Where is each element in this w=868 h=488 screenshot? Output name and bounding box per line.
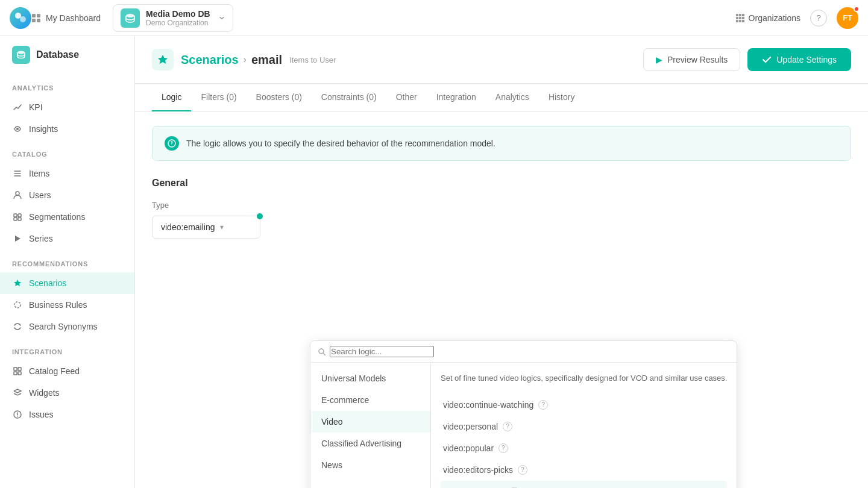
svg-marker-27 — [14, 280, 21, 286]
help-icon-editors-picks[interactable]: ? — [518, 465, 527, 475]
recommendations-section-header: RECOMMENDATIONS — [0, 249, 134, 272]
sidebar-item-series[interactable]: Series — [0, 228, 134, 249]
option-video-emailing[interactable]: video:emailing ? — [441, 481, 727, 489]
category-ecommerce[interactable]: E-commerce — [310, 389, 430, 411]
sidebar-item-scenarios[interactable]: Scenarios — [0, 272, 134, 294]
type-field-label: Type — [152, 201, 851, 210]
tab-history[interactable]: History — [539, 84, 585, 111]
svg-marker-36 — [158, 55, 168, 64]
db-selector[interactable]: Media Demo DB Demo Organization — [113, 4, 233, 32]
tab-filters[interactable]: Filters (0) — [191, 84, 246, 111]
dropdown-search-wrapper — [310, 341, 737, 363]
option-video-personal[interactable]: video:personal ? — [441, 416, 727, 437]
preview-results-button[interactable]: ▶ Preview Results — [643, 48, 740, 71]
dropdown-body: Universal Models E-commerce Video Classi… — [310, 363, 737, 488]
segmentations-icon — [12, 211, 23, 222]
db-selector-chevron — [218, 14, 225, 22]
help-icon-continue-watching[interactable]: ? — [538, 400, 548, 410]
svg-point-16 — [17, 51, 25, 54]
integration-section-header: INTEGRATION — [0, 337, 134, 360]
svg-rect-29 — [14, 368, 17, 371]
help-button[interactable]: ? — [810, 10, 827, 27]
series-icon — [12, 233, 23, 244]
db-selector-icon — [121, 8, 140, 28]
section-title-general: General — [152, 178, 851, 189]
svg-line-40 — [324, 353, 326, 355]
breadcrumb: Scenarios › email Items to User — [181, 53, 336, 67]
sidebar-item-segmentations[interactable]: Segmentations — [0, 206, 134, 228]
help-icon-popular[interactable]: ? — [498, 443, 508, 453]
tab-logic[interactable]: Logic — [152, 84, 191, 111]
scenarios-icon — [12, 278, 23, 289]
svg-rect-25 — [18, 217, 21, 221]
search-logic-input[interactable] — [330, 346, 434, 357]
svg-rect-15 — [742, 20, 744, 22]
tab-analytics[interactable]: Analytics — [486, 84, 539, 111]
sidebar-item-search-synonyms[interactable]: Search Synonyms — [0, 316, 134, 337]
help-icon-personal[interactable]: ? — [503, 422, 512, 431]
issues-icon — [12, 409, 23, 420]
type-selector: video:emailing ▾ — [152, 216, 260, 239]
info-box: The logic allows you to specify the desi… — [152, 126, 851, 161]
option-video-editors-picks[interactable]: video:editors-picks ? — [441, 459, 727, 481]
svg-point-6 — [126, 14, 134, 17]
organizations-link[interactable]: Organizations — [735, 13, 800, 23]
sidebar: Database ANALYTICS KPI Insight — [0, 36, 135, 488]
avatar[interactable]: FT — [837, 7, 858, 29]
svg-rect-22 — [14, 214, 17, 217]
info-icon — [165, 136, 179, 151]
top-bar: My Dashboard Media Demo DB Demo Organiza… — [0, 0, 868, 36]
content-header: Scenarios › email Items to User ▶ Previe… — [135, 36, 868, 84]
insights-icon — [12, 124, 23, 134]
svg-rect-32 — [18, 372, 21, 375]
tab-other[interactable]: Other — [386, 84, 427, 111]
option-video-continue-watching[interactable]: video:continue-watching ? — [441, 394, 727, 416]
tab-constraints[interactable]: Constraints (0) — [312, 84, 386, 111]
check-icon — [762, 55, 772, 64]
sidebar-db-header: Database — [0, 36, 134, 74]
sidebar-item-widgets[interactable]: Widgets — [0, 382, 134, 404]
items-icon — [12, 168, 23, 179]
search-icon — [318, 348, 326, 356]
dot-indicator — [257, 213, 263, 219]
svg-rect-11 — [739, 17, 741, 19]
sidebar-item-catalog-feed[interactable]: Catalog Feed — [0, 360, 134, 382]
my-dashboard-link[interactable]: My Dashboard — [31, 13, 101, 23]
svg-rect-13 — [736, 20, 738, 22]
type-select-box[interactable]: video:emailing ▾ — [152, 216, 260, 239]
category-video[interactable]: Video — [310, 411, 430, 433]
category-universal-models[interactable]: Universal Models — [310, 368, 430, 389]
update-settings-button[interactable]: Update Settings — [747, 48, 851, 71]
analytics-section-header: ANALYTICS — [0, 74, 134, 96]
tab-boosters[interactable]: Boosters (0) — [247, 84, 312, 111]
avatar-notification-badge — [854, 6, 860, 12]
svg-point-39 — [319, 349, 324, 354]
play-icon: ▶ — [656, 55, 662, 64]
catalog-section-header: CATALOG — [0, 140, 134, 163]
breadcrumb-scenarios[interactable]: Scenarios — [181, 53, 239, 67]
svg-point-17 — [16, 128, 19, 130]
category-classified-advertising[interactable]: Classified Advertising — [310, 433, 430, 454]
sidebar-item-issues[interactable]: Issues — [0, 404, 134, 425]
content-body: The logic allows you to specify the desi… — [135, 111, 868, 253]
kpi-icon — [12, 102, 23, 113]
svg-rect-8 — [739, 14, 741, 16]
dropdown-options: Set of fine tuned video logics, specific… — [431, 363, 737, 488]
tab-integration[interactable]: Integration — [427, 84, 486, 111]
category-description: Set of fine tuned video logics, specific… — [441, 372, 727, 384]
top-bar-right: Organizations ? FT — [735, 7, 858, 29]
sidebar-item-insights[interactable]: Insights — [0, 118, 134, 140]
svg-rect-30 — [18, 368, 21, 371]
search-synonyms-icon — [12, 321, 23, 332]
sidebar-item-users[interactable]: Users — [0, 184, 134, 206]
svg-rect-4 — [32, 19, 36, 22]
category-news[interactable]: News — [310, 454, 430, 476]
sidebar-item-kpi[interactable]: KPI — [0, 96, 134, 118]
sidebar-item-business-rules[interactable]: Business Rules — [0, 294, 134, 316]
catalog-feed-icon — [12, 366, 23, 377]
option-video-popular[interactable]: video:popular ? — [441, 437, 727, 459]
svg-rect-3 — [37, 14, 40, 17]
sidebar-item-items[interactable]: Items — [0, 163, 134, 184]
users-icon — [12, 190, 23, 201]
content-area: Scenarios › email Items to User ▶ Previe… — [135, 36, 868, 488]
